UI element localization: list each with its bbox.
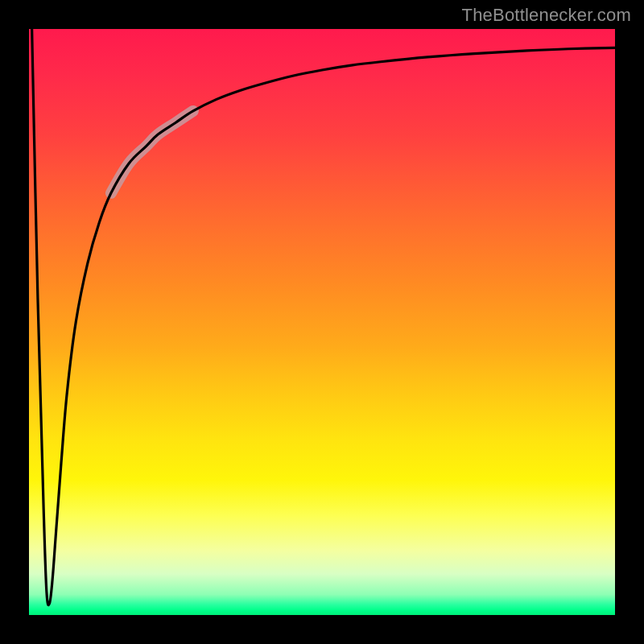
watermark-text: TheBottlenecker.com (462, 5, 631, 26)
plot-area (29, 29, 615, 615)
bottleneck-curve (29, 29, 615, 615)
chart-frame: TheBottlenecker.com (0, 0, 644, 644)
